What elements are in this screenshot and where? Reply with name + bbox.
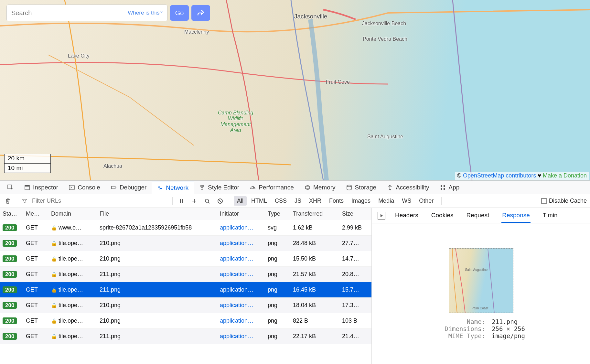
style-editor-icon: {}: [199, 184, 205, 191]
cell-file: 211.png: [97, 333, 217, 340]
devtools-panel: InspectorConsoleDebuggerNetwork{}Style E…: [0, 180, 590, 364]
cell-method: GET: [23, 240, 48, 247]
cell-method: GET: [23, 317, 48, 324]
trash-icon: [5, 198, 11, 204]
detail-tab-response[interactable]: Response: [501, 209, 531, 223]
svg-text:{}: {}: [201, 185, 203, 187]
devtools-tab-inspector[interactable]: Inspector: [19, 181, 63, 194]
directions-icon: [197, 9, 205, 17]
cell-size: 20.8…: [339, 271, 371, 278]
request-row[interactable]: 200GET🔒tile.ope…211.pngapplication…png21…: [0, 267, 371, 282]
directions-button[interactable]: [191, 5, 210, 21]
cell-type: png: [265, 333, 290, 340]
request-row[interactable]: 200GET🔒tile.ope…210.pngapplication…png18…: [0, 298, 371, 313]
col-file[interactable]: File: [97, 210, 217, 217]
col-transferred[interactable]: Transferred: [290, 210, 339, 217]
pause-button[interactable]: [177, 197, 186, 205]
cell-size: 17.3…: [339, 302, 371, 309]
svg-rect-2: [25, 185, 29, 187]
filter-type-css[interactable]: CSS: [272, 196, 290, 206]
devtools-tab-style-editor[interactable]: {}Style Editor: [194, 181, 244, 194]
detail-tab-timings[interactable]: Timin: [542, 209, 558, 223]
detail-tabs: HeadersCookiesRequestResponseTimin: [372, 208, 590, 223]
request-row[interactable]: 200GET🔒tile.ope…211.pngapplication…png16…: [0, 282, 371, 298]
cell-file: 210.png: [97, 240, 217, 247]
devtools-tab-network[interactable]: Network: [152, 181, 194, 194]
map-viewport[interactable]: Jacksonville Jacksonville Beach Ponte Ve…: [0, 0, 590, 180]
filter-type-js[interactable]: JS: [291, 196, 305, 206]
col-size[interactable]: Size: [339, 210, 371, 217]
initiator-link[interactable]: application…: [220, 271, 253, 277]
initiator-link[interactable]: application…: [220, 333, 253, 339]
filter-type-images[interactable]: Images: [348, 196, 374, 206]
where-is-this-link[interactable]: Where is this?: [128, 10, 163, 16]
detail-tab-cookies[interactable]: Cookies: [431, 209, 454, 223]
filter-type-all[interactable]: All: [234, 196, 247, 206]
osm-contributors-link[interactable]: OpenStreetMap contributors: [463, 172, 536, 179]
filter-type-ws[interactable]: WS: [399, 196, 414, 206]
svg-rect-13: [182, 199, 183, 203]
plus-icon: [191, 198, 197, 204]
filter-type-html[interactable]: HTML: [248, 196, 270, 206]
cell-size: 103 B: [339, 317, 371, 324]
map-label-ponte-vedra: Ponte Vedra Beach: [363, 36, 407, 42]
search-button[interactable]: [203, 197, 211, 205]
donate-link[interactable]: Make a Donation: [543, 172, 587, 179]
map-roads-svg: [0, 0, 590, 180]
map-label-alachua: Alachua: [103, 163, 122, 169]
add-button[interactable]: [190, 197, 198, 205]
filter-urls-input[interactable]: [32, 198, 168, 204]
console-icon: [69, 184, 75, 191]
initiator-link[interactable]: application…: [220, 286, 253, 293]
map-attribution: © OpenStreetMap contributors ♥ Make a Do…: [455, 172, 589, 180]
initiator-link[interactable]: application…: [220, 240, 253, 246]
detail-back-button[interactable]: [378, 212, 385, 219]
cell-transferred: 18.04 kB: [290, 302, 339, 309]
devtools-tab-storage[interactable]: Storage: [341, 181, 382, 194]
devtools-tab-application[interactable]: App: [434, 181, 465, 194]
cell-type: png: [265, 255, 290, 262]
devtools-tab-memory[interactable]: Memory: [299, 181, 341, 194]
cell-type: png: [265, 240, 290, 247]
status-badge: 200: [3, 255, 17, 262]
request-row[interactable]: 200GET🔒tile.ope…210.pngapplication…png15…: [0, 251, 371, 267]
filter-type-other[interactable]: Other: [416, 196, 437, 206]
initiator-link[interactable]: application…: [220, 224, 253, 231]
request-row[interactable]: 200GET🔒tile.ope…210.pngapplication…png28…: [0, 236, 371, 251]
col-initiator[interactable]: Initiator: [217, 210, 265, 217]
request-row[interactable]: 200GET🔒tile.ope…210.pngapplication…png82…: [0, 313, 371, 329]
scale-mi: 10 mi: [5, 164, 42, 173]
clear-button[interactable]: [3, 197, 12, 206]
meta-dim-value: 256 × 256: [492, 325, 525, 332]
col-domain[interactable]: Domain: [48, 210, 97, 217]
col-type[interactable]: Type: [265, 210, 290, 217]
element-picker-button[interactable]: [2, 181, 19, 194]
col-status[interactable]: Sta…: [0, 210, 23, 217]
lock-icon: 🔒: [51, 287, 57, 293]
go-button[interactable]: Go: [170, 5, 189, 21]
devtools-tab-accessibility[interactable]: Accessibility: [381, 181, 434, 194]
detail-tab-headers[interactable]: Headers: [394, 209, 419, 223]
svg-rect-11: [444, 188, 445, 190]
devtools-tab-console[interactable]: Console: [63, 181, 105, 194]
search-icon: [204, 198, 210, 204]
lock-icon: 🔒: [51, 225, 57, 230]
request-row[interactable]: 200GET🔒tile.ope…211.pngapplication…png22…: [0, 329, 371, 344]
devtools-tab-performance[interactable]: Performance: [244, 181, 299, 194]
cell-transferred: 1.62 kB: [290, 224, 339, 231]
col-method[interactable]: Me…: [23, 210, 48, 217]
detail-tab-request[interactable]: Request: [466, 209, 490, 223]
cell-method: GET: [23, 271, 48, 278]
cell-domain: 🔒tile.ope…: [48, 240, 97, 247]
filter-type-xhr[interactable]: XHR: [306, 196, 325, 206]
disable-cache-checkbox[interactable]: Disable Cache: [541, 198, 587, 204]
initiator-link[interactable]: application…: [220, 302, 253, 308]
filter-type-media[interactable]: Media: [375, 196, 397, 206]
filter-type-fonts[interactable]: Fonts: [326, 196, 347, 206]
search-input[interactable]: [11, 9, 102, 17]
initiator-link[interactable]: application…: [220, 317, 253, 324]
request-row[interactable]: 200GET🔒www.o…sprite-826702a1a12835926951…: [0, 220, 371, 236]
initiator-link[interactable]: application…: [220, 255, 253, 262]
block-button[interactable]: [216, 197, 224, 205]
devtools-tab-debugger[interactable]: Debugger: [105, 181, 152, 194]
